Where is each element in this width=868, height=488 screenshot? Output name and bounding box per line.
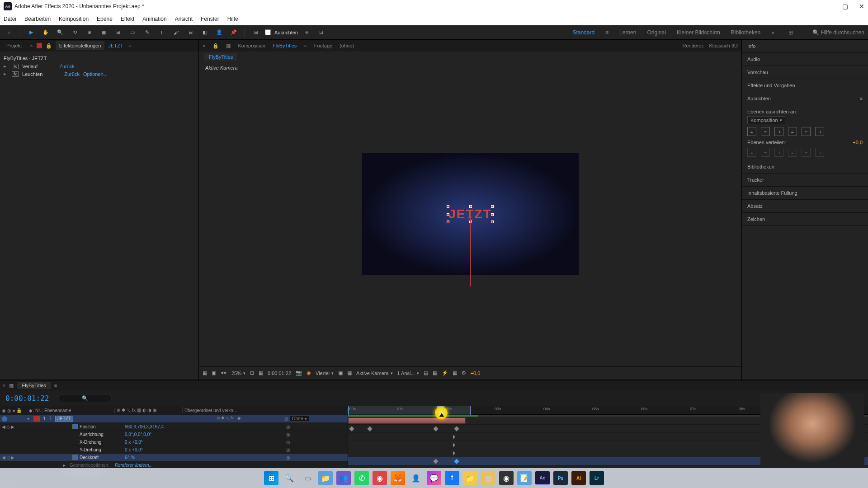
pixel-aspect-icon[interactable]: ▦ [433, 370, 437, 376]
keyframe-selected-icon[interactable] [454, 459, 459, 464]
fast-preview-icon[interactable]: ⚡ [442, 370, 448, 376]
kf-next-icon[interactable]: ▶ [11, 424, 14, 429]
timeline-tab[interactable]: FlyByTitles [17, 382, 50, 389]
comp-breadcrumb[interactable]: FlyByTitles [204, 53, 237, 61]
prop-row-xdrehung[interactable]: X-Drehung 0 x +0,0° ◎ [0, 438, 348, 446]
align-left-icon[interactable]: ⫠ [747, 127, 756, 136]
prop-row-position[interactable]: ◀◇▶ Position 960,6,706,3,3167,4 ◎ [0, 423, 348, 431]
home-icon[interactable]: ⌂ [4, 27, 14, 38]
mask-mode-icon[interactable]: ⊡ [316, 27, 327, 38]
panel-info[interactable]: Info [742, 40, 868, 53]
roi-icon[interactable]: ▣ [338, 370, 343, 376]
photoshop-icon[interactable]: Ps [553, 471, 568, 485]
handle-bl[interactable] [447, 221, 449, 223]
snap-checkbox[interactable] [265, 29, 271, 35]
menu-fenster[interactable]: Fenster [201, 16, 219, 22]
align-right-icon[interactable]: ⫞ [774, 127, 783, 136]
expression-pickwhip-icon[interactable]: ◎ [286, 424, 290, 429]
eraser-tool-icon[interactable]: ◧ [199, 27, 210, 38]
type-tool-icon[interactable]: T [156, 27, 167, 38]
transparency-icon[interactable]: ▦ [347, 370, 352, 376]
renderer-change-link[interactable]: Renderer ändern... [115, 463, 153, 468]
panel-zeichen[interactable]: Zeichen [742, 213, 868, 226]
handle-tr[interactable] [491, 205, 494, 208]
app-icon[interactable]: ▦ [481, 471, 495, 485]
tab-effect-controls[interactable]: Effekteinstellungen [56, 41, 105, 50]
fx-enable-icon[interactable]: fx [12, 71, 19, 77]
fx-row-leuchten[interactable]: ▸ fx Leuchten Zurück Optionen... [4, 70, 195, 78]
rotate-tool-icon[interactable]: ⊕ [84, 27, 94, 38]
zoom-dropdown[interactable]: 25%▾ [231, 371, 245, 376]
explorer-icon[interactable]: 📁 [318, 471, 333, 485]
prop-value[interactable]: 0 x +0,0° [125, 447, 143, 452]
brush-tool-icon[interactable]: 🖌 [170, 27, 181, 38]
menu-bearbeiten[interactable]: Bearbeiten [24, 16, 51, 22]
handle-br[interactable] [491, 221, 494, 223]
keyframe-icon[interactable] [433, 426, 438, 431]
panel-effekte[interactable]: Effekte und Vorgaben [742, 79, 868, 92]
clone-tool-icon[interactable]: ⊟ [185, 27, 196, 38]
notepad-icon[interactable]: 📝 [517, 471, 532, 485]
workspace-original[interactable]: Original [647, 29, 665, 36]
kf-prev-icon[interactable]: ◀ [2, 455, 5, 460]
fx-reset-link[interactable]: Zurück [64, 71, 80, 77]
playhead-handle[interactable] [437, 406, 444, 412]
view-layout-icon[interactable]: ▤ [424, 370, 428, 376]
panel-menu-icon[interactable]: ≡ [860, 96, 863, 101]
app-icon[interactable]: 👤 [409, 471, 423, 485]
panel-audio[interactable]: Audio [742, 53, 868, 66]
resolution-dropdown[interactable]: Viertel▾ [316, 371, 334, 376]
align-bottom-icon[interactable]: ⫞ [815, 127, 824, 136]
keyframe-icon[interactable] [349, 426, 354, 431]
hand-tool-icon[interactable]: ✋ [40, 27, 51, 38]
workspace-kleiner[interactable]: Kleiner Bildschirm [677, 29, 720, 36]
workspace-lernen[interactable]: Lernen [619, 29, 636, 36]
twirl-icon[interactable]: ▸ [4, 63, 8, 69]
guides-icon[interactable]: ▦ [259, 370, 263, 376]
panel-menu-icon[interactable]: ≡ [128, 43, 131, 48]
workspace-reset-icon[interactable]: ⊞ [785, 27, 796, 38]
menu-komposition[interactable]: Komposition [59, 16, 89, 22]
kf-add-icon[interactable]: ◇ [6, 424, 10, 429]
panel-content-aware[interactable]: Inhaltsbasierte Füllung [742, 187, 868, 200]
panel-absatz[interactable]: Absatz [742, 200, 868, 213]
timeline-menu-icon[interactable]: ≡ [54, 383, 57, 388]
layer-search[interactable]: 🔍 [58, 394, 112, 402]
maximize-button[interactable]: ▢ [842, 3, 848, 10]
parent-dropdown[interactable]: Ohne▾ [290, 416, 309, 422]
kf-next-icon[interactable]: ▶ [11, 455, 14, 460]
handle-ml[interactable] [447, 213, 449, 216]
layer-row-1[interactable]: ▾ 1 T JETZT ⊕✱＼fx◉ ◎ Ohne▾ [0, 415, 348, 423]
camera-tool-icon[interactable]: ▦ [98, 27, 109, 38]
keyframe-icon[interactable] [367, 426, 372, 431]
messenger-icon[interactable]: 💬 [427, 471, 441, 485]
kf-prev-icon[interactable]: ◀ [2, 424, 5, 429]
channel-icon[interactable]: ▣ [212, 370, 216, 376]
prop-row-ydrehung[interactable]: Y-Drehung 0 x +0,0° ◎ [0, 446, 348, 454]
menu-ebene[interactable]: Ebene [97, 16, 113, 22]
panel-bibliotheken[interactable]: Bibliotheken [742, 160, 868, 174]
views-dropdown[interactable]: 1 Ansi...▾ [397, 371, 419, 376]
start-button[interactable]: ⊞ [264, 471, 278, 485]
comp-close-icon[interactable]: × [203, 43, 205, 48]
fx-reset-link[interactable]: Zurück [59, 64, 75, 69]
selection-tool-icon[interactable]: ▶ [26, 27, 37, 38]
illustrator-icon[interactable]: Ai [571, 471, 586, 485]
label-color[interactable] [33, 416, 40, 422]
layer-bar[interactable] [348, 418, 466, 424]
work-area[interactable] [348, 406, 471, 415]
align-vcenter-icon[interactable]: ⫟ [802, 127, 811, 136]
fx-enable-icon[interactable]: fx [12, 64, 19, 69]
tab-project-close-icon[interactable]: × [30, 43, 33, 48]
workspace-bibliotheken[interactable]: Bibliotheken [731, 29, 760, 36]
timecode-display[interactable]: 0:00:01:22 [268, 371, 291, 376]
stopwatch-icon[interactable] [72, 455, 78, 460]
tab-lock-icon[interactable]: 🔒 [46, 43, 52, 49]
expression-pickwhip-icon[interactable]: ◎ [286, 432, 290, 437]
canvas[interactable]: JETZT [362, 153, 579, 275]
expression-pickwhip-icon[interactable]: ◎ [286, 440, 290, 445]
mask-toggle-icon[interactable]: 👓 [221, 370, 227, 376]
task-view-icon[interactable]: ▭ [300, 471, 315, 485]
obs-icon[interactable]: ◉ [499, 471, 514, 485]
exposure-value[interactable]: +0,0 [471, 371, 481, 376]
